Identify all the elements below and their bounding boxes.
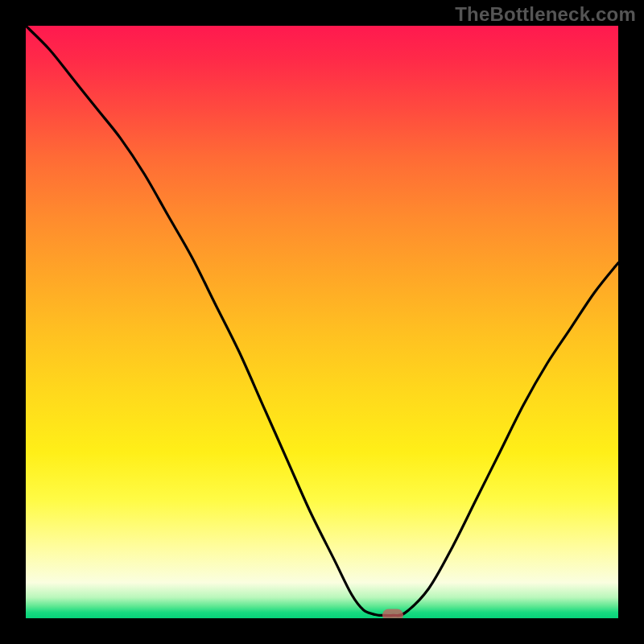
minimum-marker — [382, 609, 403, 618]
bottleneck-curve — [26, 26, 618, 618]
plot-area — [26, 26, 618, 618]
chart-frame: TheBottleneck.com — [0, 0, 644, 644]
watermark: TheBottleneck.com — [455, 3, 636, 26]
